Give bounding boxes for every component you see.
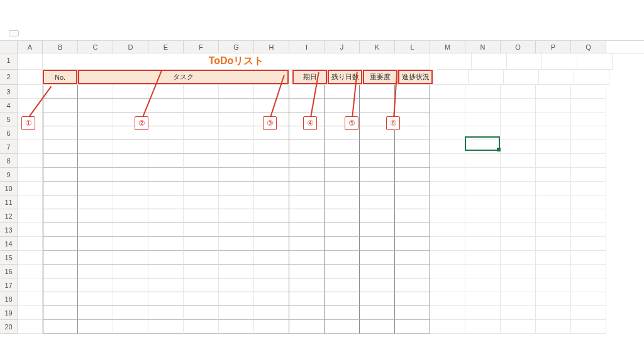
cell-L20[interactable] bbox=[395, 320, 430, 334]
cell-D20[interactable] bbox=[113, 320, 148, 334]
row-head-8[interactable]: 8 bbox=[0, 154, 18, 168]
col-head-M[interactable]: M bbox=[430, 41, 465, 53]
cell-M16[interactable] bbox=[430, 265, 465, 278]
cell-B11[interactable] bbox=[43, 195, 78, 209]
cell-B18[interactable] bbox=[43, 292, 78, 306]
cell-O10[interactable] bbox=[501, 182, 536, 195]
cell-I18[interactable] bbox=[289, 292, 325, 306]
cell-I9[interactable] bbox=[289, 168, 325, 182]
cell-I20[interactable] bbox=[289, 320, 325, 334]
cell-L18[interactable] bbox=[395, 292, 430, 306]
cell-B4[interactable] bbox=[43, 99, 78, 112]
cell-B20[interactable] bbox=[43, 320, 78, 334]
cell-K4[interactable] bbox=[360, 99, 395, 112]
cell-O18[interactable] bbox=[501, 292, 536, 306]
cell-O5[interactable] bbox=[501, 112, 536, 126]
cell-F8[interactable] bbox=[184, 154, 219, 168]
cell-N18[interactable] bbox=[465, 292, 501, 306]
cell-J17[interactable] bbox=[325, 278, 360, 292]
cell-N16[interactable] bbox=[465, 265, 501, 278]
cell-D11[interactable] bbox=[113, 195, 148, 209]
cell-I11[interactable] bbox=[289, 195, 325, 209]
cell-H3[interactable] bbox=[254, 85, 289, 99]
cell-F19[interactable] bbox=[184, 306, 219, 320]
cell-I12[interactable] bbox=[289, 209, 325, 223]
cell-N19[interactable] bbox=[465, 306, 501, 320]
cell-B10[interactable] bbox=[43, 182, 78, 195]
cell-F12[interactable] bbox=[184, 209, 219, 223]
cell-A14[interactable] bbox=[18, 237, 43, 251]
col-head-J[interactable]: J bbox=[325, 41, 360, 53]
cell-Q11[interactable] bbox=[571, 195, 606, 209]
col-head-I[interactable]: I bbox=[289, 41, 325, 53]
cell-H10[interactable] bbox=[254, 182, 289, 195]
cell-B9[interactable] bbox=[43, 168, 78, 182]
cell-M12[interactable] bbox=[430, 209, 465, 223]
col-head-N[interactable]: N bbox=[465, 41, 501, 53]
cell-J7[interactable] bbox=[325, 140, 360, 154]
cell-B17[interactable] bbox=[43, 278, 78, 292]
cell-F20[interactable] bbox=[184, 320, 219, 334]
cell-L19[interactable] bbox=[395, 306, 430, 320]
cell-I19[interactable] bbox=[289, 306, 325, 320]
cell-Q6[interactable] bbox=[571, 126, 606, 140]
cell-A15[interactable] bbox=[18, 251, 43, 265]
cell-L8[interactable] bbox=[395, 154, 430, 168]
cell-L7[interactable] bbox=[395, 140, 430, 154]
cell-P14[interactable] bbox=[536, 237, 571, 251]
cell-A3[interactable] bbox=[18, 85, 43, 99]
cell-B2[interactable]: No. bbox=[43, 70, 78, 85]
cell-D3[interactable] bbox=[113, 85, 148, 99]
col-head-P[interactable]: P bbox=[536, 41, 571, 53]
cell-B14[interactable] bbox=[43, 237, 78, 251]
cell-P1[interactable] bbox=[542, 53, 577, 70]
cell-D7[interactable] bbox=[113, 140, 148, 154]
cell-M10[interactable] bbox=[430, 182, 465, 195]
col-head-C[interactable]: C bbox=[78, 41, 113, 53]
cell-E20[interactable] bbox=[148, 320, 184, 334]
cell-G5[interactable] bbox=[219, 112, 254, 126]
cell-O9[interactable] bbox=[501, 168, 536, 182]
cell-F15[interactable] bbox=[184, 251, 219, 265]
cell-I16[interactable] bbox=[289, 265, 325, 278]
cell-G11[interactable] bbox=[219, 195, 254, 209]
cell-G9[interactable] bbox=[219, 168, 254, 182]
cell-Q9[interactable] bbox=[571, 168, 606, 182]
cell-L17[interactable] bbox=[395, 278, 430, 292]
cell-N3[interactable] bbox=[465, 85, 501, 99]
cell-M3[interactable] bbox=[430, 85, 465, 99]
cell-K9[interactable] bbox=[360, 168, 395, 182]
cell-D17[interactable] bbox=[113, 278, 148, 292]
cell-J10[interactable] bbox=[325, 182, 360, 195]
cell-L15[interactable] bbox=[395, 251, 430, 265]
cell-P6[interactable] bbox=[536, 126, 571, 140]
row-head-11[interactable]: 11 bbox=[0, 195, 18, 209]
cell-F6[interactable] bbox=[184, 126, 219, 140]
cell-B19[interactable] bbox=[43, 306, 78, 320]
col-head-D[interactable]: D bbox=[113, 41, 148, 53]
cell-C12[interactable] bbox=[78, 209, 113, 223]
row-head-4[interactable]: 4 bbox=[0, 99, 18, 112]
cell-G17[interactable] bbox=[219, 278, 254, 292]
cell-I15[interactable] bbox=[289, 251, 325, 265]
cell-N10[interactable] bbox=[465, 182, 501, 195]
cell-G18[interactable] bbox=[219, 292, 254, 306]
col-head-E[interactable]: E bbox=[148, 41, 184, 53]
cell-B15[interactable] bbox=[43, 251, 78, 265]
cell-F14[interactable] bbox=[184, 237, 219, 251]
cell-I13[interactable] bbox=[289, 223, 325, 237]
cell-G16[interactable] bbox=[219, 265, 254, 278]
cell-A19[interactable] bbox=[18, 306, 43, 320]
cell-E5[interactable] bbox=[148, 112, 184, 126]
cell-O14[interactable] bbox=[501, 237, 536, 251]
cell-D4[interactable] bbox=[113, 99, 148, 112]
cell-N14[interactable] bbox=[465, 237, 501, 251]
cell-D10[interactable] bbox=[113, 182, 148, 195]
cell-N4[interactable] bbox=[465, 99, 501, 112]
cell-K12[interactable] bbox=[360, 209, 395, 223]
cell-A16[interactable] bbox=[18, 265, 43, 278]
cell-N8[interactable] bbox=[465, 154, 501, 168]
cell-P3[interactable] bbox=[536, 85, 571, 99]
cell-A17[interactable] bbox=[18, 278, 43, 292]
cell-O8[interactable] bbox=[501, 154, 536, 168]
